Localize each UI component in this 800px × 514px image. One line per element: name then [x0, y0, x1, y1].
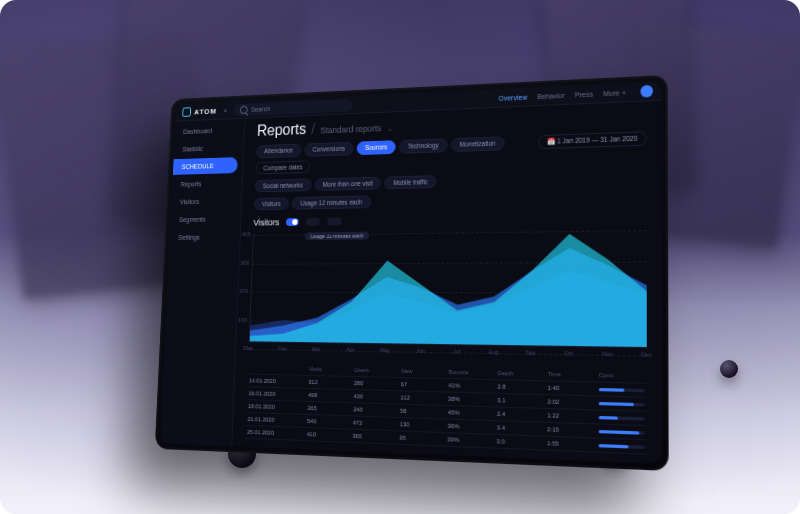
search-placeholder: Search [251, 105, 270, 112]
filter-tab-technology[interactable]: Technology [399, 138, 447, 153]
filter-tab-sources[interactable]: Sources [357, 140, 396, 155]
date-range-label: 1 Jan 2019 — 31 Jan 2020 [557, 135, 637, 145]
topnav-behavior[interactable]: Behavior [537, 91, 565, 99]
chip-social-networks[interactable]: Social networks [255, 179, 312, 193]
xtick: Feb [278, 346, 287, 352]
row-cell: 41% [448, 382, 491, 389]
row-cell [598, 429, 644, 434]
row-bar [598, 429, 644, 434]
topnav-overview[interactable]: Overview [499, 93, 528, 101]
ytick: 300 [237, 260, 249, 266]
avatar[interactable] [640, 85, 653, 98]
menu-icon[interactable]: ≡ [223, 107, 226, 114]
chip-more-than-one-visit[interactable]: More than one visit [314, 177, 381, 191]
row-cell [599, 387, 645, 391]
tablet-device: ATOM ≡ Search OverviewBehaviorPressMore … [155, 75, 669, 471]
row-cell: 2.8 [497, 383, 541, 390]
table-header: Conv. [599, 372, 645, 379]
visitors-chart: Usage 12 minutes each 0100200300400JanFe… [249, 230, 647, 348]
row-cell: 95 [399, 434, 441, 442]
topnav-more-[interactable]: More + [603, 89, 626, 97]
row-cell: 45% [448, 409, 491, 417]
app-screen: ATOM ≡ Search OverviewBehaviorPressMore … [160, 81, 662, 464]
chip-usage-12-minutes-each[interactable]: Usage 12 minutes each [292, 195, 371, 209]
sidebar-item-statistic[interactable]: Statistic [174, 139, 239, 157]
row-cell: 2:02 [547, 398, 592, 406]
brand-text: ATOM [194, 107, 217, 116]
mini-control-2[interactable] [328, 217, 343, 225]
table-header: New [401, 368, 443, 375]
mini-control-1[interactable] [306, 218, 321, 226]
top-nav: OverviewBehaviorPressMore + [499, 89, 626, 102]
row-date: 14.01.2020 [249, 377, 303, 384]
row-cell: 67 [401, 381, 443, 388]
table-header [250, 368, 304, 369]
row-cell: 430 [354, 393, 395, 400]
xtick: Mar [312, 346, 321, 352]
row-cell [598, 415, 644, 420]
xtick: Oct [564, 350, 573, 356]
row-cell: 3.4 [497, 424, 541, 432]
row-cell: 280 [354, 380, 395, 387]
row-cell: 39% [447, 436, 490, 444]
row-cell [599, 401, 645, 406]
row-cell: 130 [400, 421, 442, 429]
date-range-picker[interactable]: 📅 1 Jan 2019 — 31 Jan 2020 [538, 131, 646, 149]
row-cell: 36% [448, 423, 491, 431]
table-header: Users [354, 367, 395, 374]
row-cell: 2.4 [497, 411, 541, 419]
table-header: Bounce [449, 369, 492, 376]
filter-chips-row-2: Social networksMore than one visitMobile… [255, 169, 647, 192]
sidebar-item-dashboard[interactable]: Dashboard [175, 122, 240, 140]
chevron-down-icon[interactable]: ⌄ [387, 124, 394, 133]
ytick: 200 [236, 288, 248, 294]
row-cell: 2:15 [547, 426, 592, 434]
topnav-press[interactable]: Press [575, 90, 593, 98]
search-input[interactable]: Search [233, 98, 353, 116]
xtick: Sep [526, 349, 536, 355]
chart-series-series-c [250, 233, 647, 347]
brand: ATOM [182, 106, 217, 117]
breadcrumb-sub[interactable]: Standard reports [320, 123, 381, 135]
filter-tab-monetization[interactable]: Monetization [451, 136, 504, 152]
xtick: Dec [642, 351, 653, 358]
row-cell: 112 [400, 394, 442, 401]
table-header: Depth [497, 370, 541, 377]
row-date: 25.01.2020 [247, 429, 301, 437]
filter-chips-row-3: VisitorsUsage 12 minutes each [254, 189, 647, 210]
filter-tab-attendance[interactable]: Attendance [256, 144, 301, 159]
row-bar [598, 415, 644, 420]
chip-visitors[interactable]: Visitors [254, 197, 289, 210]
data-table: VisitsUsersNewBounceDepthTimeConv.14.01.… [245, 362, 647, 455]
sidebar-item-visitors[interactable]: Visitors [171, 193, 236, 210]
chip-mobile-traffic[interactable]: Mobile traffic [385, 175, 437, 189]
main-panel: Reports / Standard reports ⌄ AttendanceC… [232, 81, 662, 464]
sidebar-item-schedule[interactable]: SCHEDULE [173, 157, 238, 175]
compare-dates-button[interactable]: Compare dates [255, 160, 310, 174]
row-cell: 1:40 [547, 385, 592, 392]
row-cell: 3.0 [496, 438, 540, 446]
row-cell: 38% [448, 396, 491, 403]
row-cell: 1:55 [547, 440, 592, 448]
sidebar-item-settings[interactable]: Settings [170, 229, 235, 246]
xtick: May [380, 347, 390, 353]
sidebar-item-segments[interactable]: Segments [170, 211, 235, 228]
xtick: Jun [416, 348, 425, 354]
ytick: 0 [233, 345, 246, 351]
row-cell: 540 [307, 418, 347, 425]
brand-logo-icon [182, 107, 191, 117]
row-cell: 410 [307, 431, 347, 439]
row-cell: 265 [307, 405, 347, 412]
sidebar-item-reports[interactable]: Reports [172, 175, 237, 193]
row-cell: 1:22 [547, 412, 592, 420]
visitors-toggle-row: Visitors [253, 211, 646, 227]
xtick: Aug [488, 349, 498, 355]
search-icon [240, 105, 248, 114]
row-bar [598, 443, 644, 448]
visitors-toggle[interactable] [286, 218, 299, 226]
table-row[interactable]: 25.01.20204103659539%3.01:55 [245, 426, 647, 455]
table-header: Time [547, 371, 592, 378]
visitors-label: Visitors [253, 218, 279, 228]
breadcrumb-sep: / [311, 121, 315, 136]
filter-tab-conversions[interactable]: Conversions [304, 142, 353, 157]
